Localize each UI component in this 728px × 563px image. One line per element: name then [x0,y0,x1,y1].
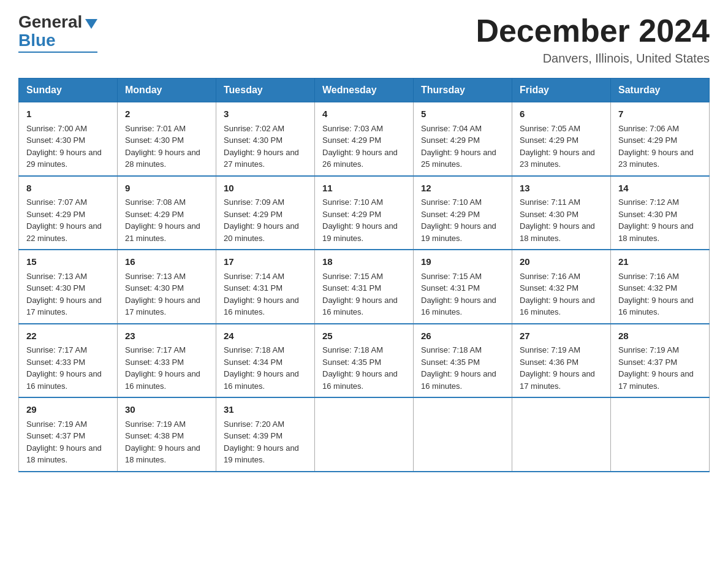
day-number: 11 [322,182,406,196]
calendar-cell: 6Sunrise: 7:05 AMSunset: 4:29 PMDaylight… [512,102,611,176]
day-info: Sunrise: 7:17 AMSunset: 4:33 PMDaylight:… [26,344,110,392]
sunrise-label: Sunrise: 7:18 AM [322,345,383,354]
sunset-label: Sunset: 4:38 PM [125,431,184,440]
calendar-cell: 26Sunrise: 7:18 AMSunset: 4:35 PMDayligh… [414,324,512,398]
logo-underline [18,52,97,53]
daylight-label: Daylight: 9 hours and 16 minutes. [421,296,496,317]
day-info: Sunrise: 7:16 AMSunset: 4:32 PMDaylight:… [520,270,603,318]
day-info: Sunrise: 7:19 AMSunset: 4:36 PMDaylight:… [520,344,603,392]
calendar-cell: 21Sunrise: 7:16 AMSunset: 4:32 PMDayligh… [611,250,710,324]
sunrise-label: Sunrise: 7:10 AM [322,197,383,207]
calendar-cell: 25Sunrise: 7:18 AMSunset: 4:35 PMDayligh… [315,324,414,398]
day-number: 16 [125,255,208,269]
day-info: Sunrise: 7:18 AMSunset: 4:35 PMDaylight:… [421,344,504,392]
calendar-cell: 16Sunrise: 7:13 AMSunset: 4:30 PMDayligh… [118,250,216,324]
daylight-label: Daylight: 9 hours and 25 minutes. [421,148,496,169]
day-info: Sunrise: 7:19 AMSunset: 4:37 PMDaylight:… [618,344,702,392]
calendar-cell: 14Sunrise: 7:12 AMSunset: 4:30 PMDayligh… [611,176,710,250]
calendar-cell: 24Sunrise: 7:18 AMSunset: 4:34 PMDayligh… [216,324,315,398]
sunset-label: Sunset: 4:39 PM [224,431,282,440]
day-number: 13 [520,182,603,196]
logo: General Blue [18,12,97,53]
location-subtitle: Danvers, Illinois, United States [476,52,710,66]
sunrise-label: Sunrise: 7:08 AM [125,197,186,207]
day-info: Sunrise: 7:14 AMSunset: 4:31 PMDaylight:… [224,270,307,318]
day-info: Sunrise: 7:13 AMSunset: 4:30 PMDaylight:… [125,270,208,318]
sunrise-label: Sunrise: 7:05 AM [520,124,580,133]
sunrise-label: Sunrise: 7:03 AM [322,124,383,133]
calendar-header: SundayMondayTuesdayWednesdayThursdayFrid… [19,79,710,102]
daylight-label: Daylight: 9 hours and 23 minutes. [520,148,595,169]
calendar-cell: 30Sunrise: 7:19 AMSunset: 4:38 PMDayligh… [118,397,216,472]
calendar-body: 1Sunrise: 7:00 AMSunset: 4:30 PMDaylight… [19,102,710,472]
calendar-cell: 19Sunrise: 7:15 AMSunset: 4:31 PMDayligh… [414,250,512,324]
sunrise-label: Sunrise: 7:02 AM [224,124,284,133]
calendar-cell: 29Sunrise: 7:19 AMSunset: 4:37 PMDayligh… [19,397,118,472]
week-row-4: 22Sunrise: 7:17 AMSunset: 4:33 PMDayligh… [19,324,710,398]
calendar-cell: 27Sunrise: 7:19 AMSunset: 4:36 PMDayligh… [512,324,611,398]
daylight-label: Daylight: 9 hours and 16 minutes. [520,296,595,317]
calendar-cell: 10Sunrise: 7:09 AMSunset: 4:29 PMDayligh… [216,176,315,250]
sunset-label: Sunset: 4:30 PM [26,283,85,293]
calendar-cell: 28Sunrise: 7:19 AMSunset: 4:37 PMDayligh… [611,324,710,398]
daylight-label: Daylight: 9 hours and 28 minutes. [125,148,200,169]
day-number: 21 [618,255,702,269]
day-number: 26 [421,329,504,343]
calendar-cell: 11Sunrise: 7:10 AMSunset: 4:29 PMDayligh… [315,176,414,250]
sunset-label: Sunset: 4:33 PM [125,358,184,367]
logo-general-text: General [18,12,82,32]
daylight-label: Daylight: 9 hours and 16 minutes. [224,369,299,391]
sunset-label: Sunset: 4:37 PM [26,431,85,440]
calendar-cell: 2Sunrise: 7:01 AMSunset: 4:30 PMDaylight… [118,102,216,176]
day-info: Sunrise: 7:19 AMSunset: 4:37 PMDaylight:… [26,418,110,466]
calendar-cell: 17Sunrise: 7:14 AMSunset: 4:31 PMDayligh… [216,250,315,324]
calendar-cell: 3Sunrise: 7:02 AMSunset: 4:30 PMDaylight… [216,102,315,176]
daylight-label: Daylight: 9 hours and 16 minutes. [618,296,694,317]
sunrise-label: Sunrise: 7:19 AM [125,419,186,429]
month-title: December 2024 [476,12,710,49]
calendar-cell: 22Sunrise: 7:17 AMSunset: 4:33 PMDayligh… [19,324,118,398]
day-number: 24 [224,329,307,343]
day-info: Sunrise: 7:17 AMSunset: 4:33 PMDaylight:… [125,344,208,392]
sunrise-label: Sunrise: 7:17 AM [125,345,186,354]
day-info: Sunrise: 7:09 AMSunset: 4:29 PMDaylight:… [224,196,307,244]
day-info: Sunrise: 7:13 AMSunset: 4:30 PMDaylight:… [26,270,110,318]
sunrise-label: Sunrise: 7:19 AM [520,345,580,354]
day-info: Sunrise: 7:06 AMSunset: 4:29 PMDaylight:… [618,123,702,170]
day-number: 18 [322,255,406,269]
day-info: Sunrise: 7:20 AMSunset: 4:39 PMDaylight:… [224,418,307,466]
header-cell-sunday: Sunday [19,79,118,102]
week-row-1: 1Sunrise: 7:00 AMSunset: 4:30 PMDaylight… [19,102,710,176]
day-number: 25 [322,329,406,343]
sunset-label: Sunset: 4:30 PM [26,136,85,145]
sunset-label: Sunset: 4:36 PM [520,358,578,367]
daylight-label: Daylight: 9 hours and 21 minutes. [125,221,200,243]
sunset-label: Sunset: 4:30 PM [125,283,184,293]
day-number: 4 [322,107,406,121]
daylight-label: Daylight: 9 hours and 16 minutes. [26,369,102,391]
header-cell-monday: Monday [118,79,216,102]
day-info: Sunrise: 7:00 AMSunset: 4:30 PMDaylight:… [26,123,110,170]
day-number: 12 [421,182,504,196]
day-number: 10 [224,182,307,196]
day-number: 20 [520,255,603,269]
sunrise-label: Sunrise: 7:07 AM [26,197,87,207]
logo-blue-text: Blue [18,31,97,50]
sunset-label: Sunset: 4:29 PM [421,136,480,145]
calendar-cell: 20Sunrise: 7:16 AMSunset: 4:32 PMDayligh… [512,250,611,324]
page-header: General Blue December 2024 Danvers, Illi… [18,12,710,66]
calendar-cell: 15Sunrise: 7:13 AMSunset: 4:30 PMDayligh… [19,250,118,324]
sunrise-label: Sunrise: 7:19 AM [26,419,87,429]
daylight-label: Daylight: 9 hours and 18 minutes. [26,443,102,465]
sunset-label: Sunset: 4:31 PM [224,283,282,293]
sunset-label: Sunset: 4:29 PM [421,210,480,219]
sunrise-label: Sunrise: 7:17 AM [26,345,87,354]
calendar-cell: 13Sunrise: 7:11 AMSunset: 4:30 PMDayligh… [512,176,611,250]
sunset-label: Sunset: 4:32 PM [520,283,578,293]
day-info: Sunrise: 7:01 AMSunset: 4:30 PMDaylight:… [125,123,208,170]
day-info: Sunrise: 7:19 AMSunset: 4:38 PMDaylight:… [125,418,208,466]
header-cell-thursday: Thursday [414,79,512,102]
sunrise-label: Sunrise: 7:18 AM [421,345,482,354]
daylight-label: Daylight: 9 hours and 18 minutes. [520,221,595,243]
sunrise-label: Sunrise: 7:06 AM [618,124,679,133]
